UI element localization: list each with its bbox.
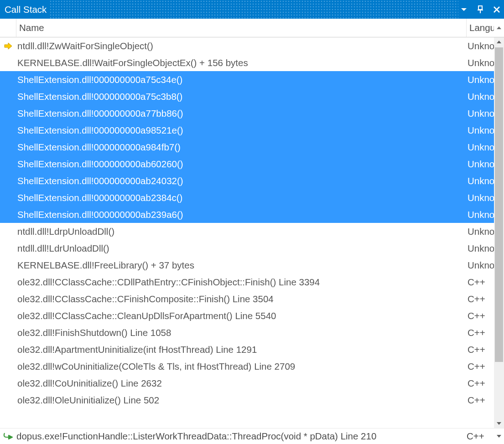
row-name: ntdll.dll!LdrUnloadDll() [16,243,467,254]
callstack-row[interactable]: ShellExtension.dll!000000000ab60260()Unk… [0,155,494,172]
callstack-list[interactable]: ntdll.dll!ZwWaitForSingleObject()Unknown… [0,37,494,428]
row-lang: Unknown [467,57,494,68]
row-lang: C++ [467,310,494,321]
row-lang: Unknown [467,226,494,237]
callstack-row[interactable]: KERNELBASE.dll!FreeLibrary() + 37 bytesU… [0,257,494,274]
callstack-row[interactable]: ole32.dll!CClassCache::CDllPathEntry::CF… [0,274,494,290]
row-name: ole32.dll!CClassCache::CDllPathEntry::CF… [16,277,467,288]
row-name: ole32.dll!CoUninitialize() Line 2632 [16,378,467,389]
row-lang: Unknown [467,243,494,254]
scrollbar-down-icon[interactable] [494,419,504,428]
callstack-row[interactable]: ShellExtension.dll!000000000a98521e()Unk… [0,122,494,139]
row-gutter [0,42,16,50]
row-lang: Unknown [467,142,494,153]
column-header-scroll-spacer [494,23,504,32]
row-name: ShellExtension.dll!000000000ab60260() [16,159,467,170]
row-lang: C++ [467,344,494,355]
callstack-list-wrap: ntdll.dll!ZwWaitForSingleObject()Unknown… [0,37,504,428]
callstack-row[interactable]: ShellExtension.dll!000000000a77bb86()Unk… [0,105,494,122]
callstack-row[interactable]: ShellExtension.dll!000000000a75c3b8()Unk… [0,88,494,105]
row-name: ole32.dll!FinishShutdown() Line 1058 [16,327,467,338]
callstack-row[interactable]: ole32.dll!ApartmentUninitialize(int fHos… [0,341,494,358]
callstack-row[interactable]: ShellExtension.dll!000000000ab24032()Unk… [0,172,494,189]
callstack-row[interactable]: ole32.dll!CClassCache::CFinishComposite:… [0,290,494,307]
row-name: ntdll.dll!LdrpUnloadDll() [16,226,467,237]
row-lang: Unknown [467,74,494,85]
scrollbar-up-icon[interactable] [494,37,504,46]
callstack-row[interactable]: ole32.dll!CoUninitialize() Line 2632C++ [0,375,494,392]
callstack-row[interactable]: ole32.dll!CClassCache::CleanUpDllsForApa… [0,307,494,324]
close-icon[interactable] [492,5,501,14]
scrollbar-thumb[interactable] [495,47,503,362]
svg-rect-2 [480,10,481,13]
row-lang: Unknown [467,176,494,186]
active-frame-name: dopus.exe!FunctionHandle::ListerWorkThre… [16,431,467,442]
row-lang: C++ [467,395,494,406]
row-name: ole32.dll!CClassCache::CFinishComposite:… [16,294,467,305]
callstack-row[interactable]: ole32.dll!FinishShutdown() Line 1058C++ [0,324,494,341]
row-lang: C++ [467,361,494,372]
panel-titlebar: Call Stack [0,0,504,19]
autohide-pin-icon[interactable] [476,5,485,14]
row-lang: C++ [467,277,494,288]
svg-rect-0 [478,6,482,10]
column-header-name[interactable]: Name [16,19,467,37]
row-name: ShellExtension.dll!000000000a75c34e() [16,74,467,85]
list-scroll-down-icon[interactable] [494,434,504,439]
active-frame-lang: C++ [467,431,494,442]
vertical-scrollbar[interactable] [494,37,504,428]
callstack-row[interactable]: ole32.dll!wCoUninitialize(COleTls & Tls,… [0,358,494,375]
row-name: KERNELBASE.dll!WaitForSingleObjectEx() +… [16,57,467,68]
row-name: ShellExtension.dll!000000000a77bb86() [16,108,467,119]
column-header-row: Name Language [0,19,504,37]
row-name: ShellExtension.dll!000000000a984fb7() [16,142,467,153]
row-name: ShellExtension.dll!000000000a98521e() [16,125,467,136]
column-header-gutter [0,19,16,37]
row-name: ShellExtension.dll!000000000ab24032() [16,176,467,186]
row-name: ntdll.dll!ZwWaitForSingleObject() [16,41,467,52]
column-header-language[interactable]: Language [467,19,494,37]
row-lang: C++ [467,378,494,389]
row-name: ole32.dll!OleUninitialize() Line 502 [16,395,467,406]
row-lang: Unknown [467,108,494,119]
row-name: ShellExtension.dll!000000000ab239a6() [16,209,467,220]
row-lang: Unknown [467,192,494,203]
row-name: ShellExtension.dll!000000000ab2384c() [16,192,467,203]
row-lang: Unknown [467,125,494,136]
active-frame-row[interactable]: dopus.exe!FunctionHandle::ListerWorkThre… [0,428,504,444]
callstack-row[interactable]: ntdll.dll!LdrUnloadDll()Unknown [0,240,494,257]
window-position-dropdown-icon[interactable] [459,5,468,14]
callstack-row[interactable]: ntdll.dll!ZwWaitForSingleObject()Unknown [0,37,494,54]
callstack-row[interactable]: ShellExtension.dll!000000000a75c34e()Unk… [0,71,494,88]
callstack-row[interactable]: ShellExtension.dll!000000000ab2384c()Unk… [0,189,494,206]
callstack-row[interactable]: KERNELBASE.dll!WaitForSingleObjectEx() +… [0,54,494,71]
row-name: ole32.dll!CClassCache::CleanUpDllsForApa… [16,310,467,321]
row-lang: Unknown [467,209,494,220]
row-lang: Unknown [467,260,494,271]
row-name: ole32.dll!ApartmentUninitialize(int fHos… [16,344,467,355]
callstack-row[interactable]: ShellExtension.dll!000000000ab239a6()Unk… [0,206,494,223]
current-frame-arrow-icon [4,42,13,50]
svg-rect-1 [478,10,483,10]
row-name: ShellExtension.dll!000000000a75c3b8() [16,91,467,102]
row-lang: C++ [467,294,494,305]
row-name: ole32.dll!wCoUninitialize(COleTls & Tls,… [16,361,467,372]
row-lang: Unknown [467,41,494,52]
row-name: KERNELBASE.dll!FreeLibrary() + 37 bytes [16,260,467,271]
row-lang: Unknown [467,91,494,102]
callstack-row[interactable]: ole32.dll!OleUninitialize() Line 502C++ [0,392,494,408]
active-frame-icon [0,432,16,441]
row-lang: C++ [467,327,494,338]
callstack-row[interactable]: ShellExtension.dll!000000000a984fb7()Unk… [0,139,494,155]
row-lang: Unknown [467,159,494,170]
callstack-row[interactable]: ntdll.dll!LdrpUnloadDll()Unknown [0,223,494,240]
titlebar-grip[interactable] [49,0,458,19]
panel-title: Call Stack [5,4,47,15]
